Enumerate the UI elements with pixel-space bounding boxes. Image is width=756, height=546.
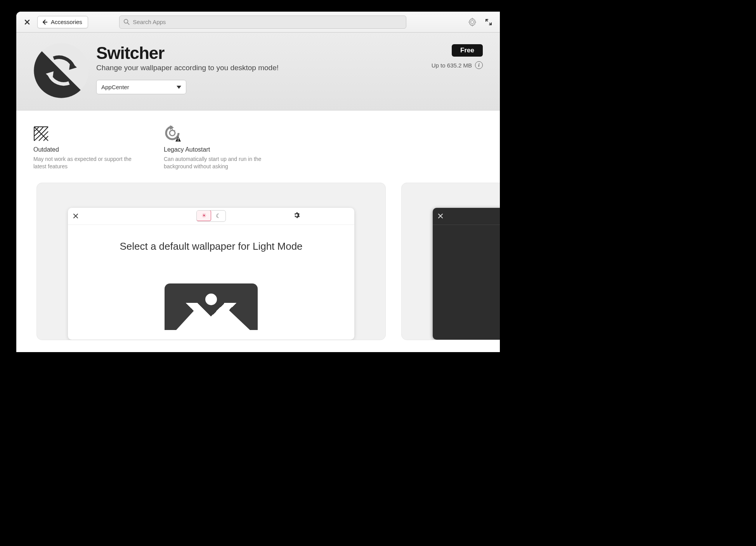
app-header: Switcher Change your wallpaper according… [16, 33, 500, 111]
app-icon [33, 43, 89, 98]
search-field[interactable] [119, 16, 406, 29]
screenshot-2 [401, 183, 500, 340]
close-icon [73, 214, 78, 218]
switcher-titlebar-dark [433, 208, 500, 225]
install-button[interactable]: Free [452, 44, 483, 57]
svg-line-2 [128, 23, 129, 24]
switcher-body: Select a default wallpaper for Light Mod… [68, 225, 354, 330]
svg-point-11 [170, 130, 175, 136]
switcher-titlebar: ☀ ☾ [68, 208, 354, 225]
arrow-left-icon [42, 19, 48, 25]
warning-outdated: Outdated May not work as expected or sup… [33, 124, 134, 170]
fullscreen-button[interactable] [483, 16, 494, 28]
switcher-close-button[interactable] [73, 213, 81, 219]
svg-marker-18 [207, 310, 250, 330]
info-icon[interactable]: i [475, 61, 483, 69]
svg-marker-6 [177, 86, 181, 89]
maximize-icon [485, 19, 492, 26]
sun-icon[interactable]: ☀ [196, 210, 211, 221]
moon-icon[interactable]: ☾ [211, 211, 225, 221]
app-info: Switcher Change your wallpaper according… [96, 43, 425, 98]
screenshot-gallery[interactable]: ☀ ☾ Select a default wallpaper for Light… [16, 182, 500, 340]
app-warnings: Outdated May not work as expected or sup… [16, 111, 500, 182]
back-label: Accessories [51, 19, 82, 25]
gear-icon [293, 212, 300, 219]
size-text: Up to 635.2 MB [432, 62, 472, 69]
chevron-down-icon [177, 86, 181, 89]
warning-autostart: Legacy Autostart Can automatically start… [164, 124, 265, 170]
warning-desc: Can automatically start up and run in th… [164, 156, 265, 170]
switcher-settings-button[interactable] [293, 212, 300, 221]
warning-title: Outdated [33, 146, 134, 153]
warning-title: Legacy Autostart [164, 146, 265, 153]
app-actions: Free Up to 635.2 MB i [432, 43, 483, 98]
svg-marker-17 [176, 307, 219, 330]
download-size: Up to 635.2 MB i [432, 61, 483, 69]
toolbar: Accessories [16, 12, 500, 33]
close-icon [24, 19, 30, 25]
screenshot-1: ☀ ☾ Select a default wallpaper for Light… [36, 183, 386, 340]
svg-line-13 [174, 130, 175, 131]
cobweb-icon [33, 124, 134, 142]
close-icon [438, 214, 443, 218]
svg-point-16 [178, 140, 179, 141]
switcher-prompt: Select a default wallpaper for Light Mod… [80, 240, 343, 252]
image-placeholder-icon [165, 283, 258, 330]
switcher-app-window: ☀ ☾ Select a default wallpaper for Light… [68, 208, 354, 340]
search-icon [123, 19, 130, 25]
source-dropdown[interactable]: AppCenter [96, 80, 186, 94]
switcher-close-button[interactable] [438, 213, 446, 219]
svg-point-1 [124, 19, 128, 23]
app-tagline: Change your wallpaper according to you d… [96, 64, 425, 72]
source-label: AppCenter [101, 84, 129, 90]
search-input[interactable] [133, 19, 402, 25]
back-button[interactable]: Accessories [37, 16, 88, 28]
settings-button[interactable] [466, 16, 478, 28]
app-title: Switcher [96, 43, 425, 63]
appcenter-window: Accessories Switcher [16, 12, 500, 352]
window-close-button[interactable] [22, 17, 33, 28]
warning-desc: May not work as expected or support the … [33, 156, 134, 170]
switcher-app-window-dark [433, 208, 500, 340]
autostart-warning-icon [164, 124, 265, 142]
gear-icon [468, 17, 477, 27]
mode-toggle[interactable]: ☀ ☾ [196, 210, 226, 222]
